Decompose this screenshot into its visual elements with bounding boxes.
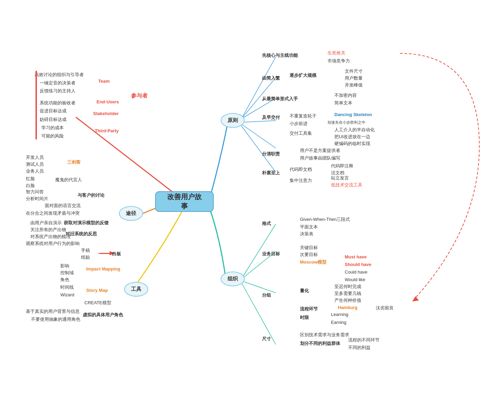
- leaf-must: Must have: [345, 254, 367, 259]
- leaf-learning: Learning: [331, 312, 349, 317]
- svg-line-6: [241, 124, 276, 148]
- branch-jizao: 及早交付: [262, 114, 280, 121]
- svg-marker-0: [412, 296, 419, 301]
- leaf-b9: 汰劣留良: [376, 305, 394, 311]
- leaf-4: 系统功能的验收者: [40, 100, 75, 106]
- leaf-r9: 小步前进: [290, 121, 308, 127]
- leaf-10: 测试人员: [26, 161, 44, 167]
- leaf-b1: Given-When-Then三段式: [300, 216, 350, 223]
- leaf-16: 面对面的语言交流: [45, 203, 81, 209]
- leaf-31: 不要使用抽象的通用角色: [31, 316, 80, 322]
- leaf-1: 高效讨论的组织与引导者: [34, 72, 84, 78]
- leaf-b6: 至迟何时完成: [334, 284, 361, 290]
- leaf-r1: 生死攸关: [327, 50, 345, 56]
- leaf-20: 对系统产出物的梳理: [30, 234, 71, 240]
- leaf-b2: 平面文本: [300, 224, 318, 230]
- leaf-24: 影响: [60, 263, 69, 269]
- tag-mogui: 魔鬼的代言人: [55, 177, 82, 183]
- leaf-r16a: 站立发言: [331, 175, 349, 181]
- leaf-b5: 次要目标: [300, 252, 318, 258]
- leaf-21: 观察系统对用户行为的影响: [26, 240, 80, 247]
- branch-canyuzhe: 参与者: [131, 92, 148, 100]
- svg-line-2: [241, 57, 276, 119]
- tag-end-users: End-Users: [97, 99, 119, 104]
- svg-line-5: [241, 121, 276, 122]
- leaf-r4: 用户数量: [345, 75, 363, 81]
- leaf-28: Wizard: [60, 292, 74, 297]
- tag-storymap: Story Map: [86, 288, 108, 293]
- border-canyuzhe: [36, 71, 37, 140]
- leaf-r5: 并发峰值: [345, 82, 363, 88]
- tag-moscow: Moscow模型: [300, 259, 326, 265]
- leaf-12: 红脸: [26, 176, 35, 182]
- leaf-6: 妨碍目标达成: [40, 116, 67, 123]
- tag-liucheng: 流程环节: [300, 306, 318, 312]
- leaf-8: 可能的风险: [41, 133, 64, 139]
- leaf-earning: Earning: [331, 320, 346, 325]
- svg-line-10: [241, 281, 276, 293]
- leaf-5: 促进目标达成: [40, 108, 67, 114]
- branch-fenqing: 分清职责: [262, 151, 280, 157]
- leaf-13: 白脸: [26, 183, 35, 189]
- cloud-gongju: 工具: [124, 282, 148, 297]
- branch-pusu: 朴素至上: [262, 170, 280, 176]
- leaf-22: 手稿: [81, 247, 90, 254]
- arrowhead-baiban: [110, 251, 112, 254]
- leaf-r8: 不重复造轮子: [290, 113, 316, 119]
- cloud-tuijin: 途径: [119, 206, 143, 221]
- tag-baiban: 白板: [112, 251, 121, 257]
- leaf-18: 由用户亲自演示: [30, 220, 62, 226]
- leaf-11: 业务人员: [26, 168, 44, 174]
- cloud-yuanze: 原则: [221, 113, 245, 128]
- leaf-29: CREATE模型: [84, 300, 111, 306]
- leaf-r3: 文件尺寸: [345, 68, 363, 74]
- leaf-25: 控制域: [60, 270, 74, 276]
- tag-team: Team: [98, 79, 110, 84]
- svg-line-11: [241, 283, 276, 345]
- leaf-would: Would like: [345, 277, 365, 282]
- tag-xuni: 虚拟的具体用户角色: [83, 312, 123, 318]
- leaf-r10: 人工介入的半自动化: [334, 127, 375, 133]
- leaf-r16b: 低技术交流工具: [331, 182, 362, 188]
- leaf-3: 反馈练习的主持人: [40, 88, 75, 94]
- leaf-r9b: 别迷失在小步胜利之中: [327, 120, 365, 125]
- leaf-r13: 用户不是方案提供者: [300, 147, 340, 154]
- leaf-14: 智力问答: [26, 189, 44, 195]
- branch-huoqu: 获取对演示模型的反馈: [64, 220, 109, 226]
- leaf-17: 在分合之间发现矛盾与冲突: [26, 210, 80, 216]
- branch-zhubu: 逐步扩大规模: [290, 72, 316, 79]
- leaf-9: 开发人员: [26, 154, 44, 161]
- leaf-2: 一锤定音的决策者: [40, 80, 75, 86]
- leaf-r11: 把UI改进放在一边: [334, 134, 370, 140]
- tag-lianghua: 量化: [300, 288, 309, 294]
- leaf-19: 关注所有的产出物: [30, 227, 66, 233]
- center-label: 改善用户故事: [164, 192, 205, 211]
- svg-line-7: [241, 126, 276, 172]
- leaf-could: Could have: [345, 269, 367, 275]
- branch-youjian: 由简入繁: [262, 75, 280, 81]
- branch-xian: 先核心与主线功能: [262, 52, 298, 59]
- leaf-26: 角色: [60, 277, 69, 283]
- center-node: 改善用户故事: [155, 191, 214, 212]
- branch-yewu: 业务目标: [262, 251, 280, 257]
- tag-third-party: Third-Party: [95, 128, 119, 133]
- tag-dancing: Dancing Skeleton: [334, 112, 372, 117]
- leaf-b3: 决策表: [300, 231, 313, 237]
- leaf-r2: 市场竞争力: [327, 58, 350, 64]
- branch-fenzu: 分组: [262, 292, 271, 298]
- leaf-b10: 区别技术需求与业务需求: [300, 332, 349, 338]
- leaf-15: 分析时间片: [26, 196, 48, 202]
- leaf-r14: 用户故事由团队编写: [300, 155, 340, 161]
- tag-shixian: 时限: [300, 315, 309, 321]
- leaf-b11: 划分不同的利益群体: [300, 340, 340, 347]
- leaf-23: 纸贴: [81, 254, 90, 260]
- branch-geshi: 格式: [262, 221, 271, 227]
- cloud-zuzhi: 组织: [221, 272, 245, 286]
- leaf-r6: 不加密内容: [334, 92, 357, 99]
- arrow-baiban: [98, 253, 110, 254]
- branch-cong: 从最简单形式入手: [262, 96, 298, 102]
- branch-yuguke: 与客户的讨论: [78, 192, 104, 198]
- leaf-7: 学习的成本: [41, 125, 64, 131]
- leaf-b12: 流程的不同环节: [348, 337, 380, 343]
- branch-jiafu: 交付工具集: [290, 130, 312, 136]
